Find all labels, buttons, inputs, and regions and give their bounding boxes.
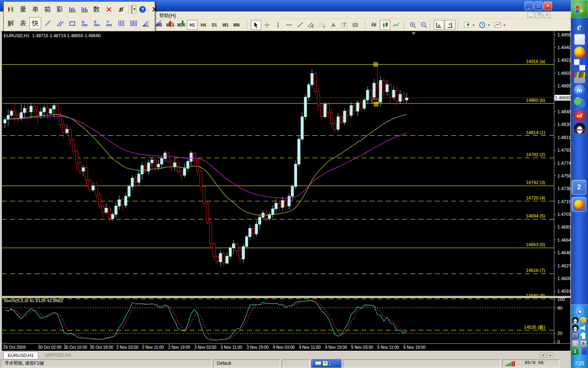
number-button[interactable]: 数	[91, 3, 102, 16]
candle-chart-button[interactable]	[380, 20, 390, 30]
kuai-button[interactable]: 快	[29, 17, 41, 29]
order-button[interactable]: 单	[29, 3, 41, 16]
close-button[interactable]: ×	[543, 2, 552, 10]
trendline-button[interactable]	[42, 17, 53, 29]
document-icon[interactable]	[574, 34, 585, 45]
gann-lines-button[interactable]: G	[78, 17, 90, 29]
resize-grip[interactable]	[547, 361, 553, 367]
text-button[interactable]: A	[328, 20, 339, 30]
tab-eurusdh1[interactable]: EURUSD,H1	[3, 352, 38, 359]
language-bar-grip[interactable]	[312, 361, 314, 366]
histogram-1-button[interactable]	[66, 3, 78, 16]
vertical-line-button[interactable]	[273, 20, 283, 30]
pen-cup-icon[interactable]	[574, 72, 585, 83]
parallel-channel-button[interactable]	[54, 17, 66, 29]
timeframe-h1-button[interactable]: H1	[187, 20, 198, 30]
language-bar-controls[interactable]: ▪▾	[329, 361, 331, 366]
zoom-out-button[interactable]	[419, 20, 429, 30]
sogou-flame-icon[interactable]	[574, 47, 585, 58]
msn-buddies-icon[interactable]	[574, 97, 585, 108]
tray-network-offline-icon[interactable]: ×	[572, 332, 579, 339]
bar-chart-button[interactable]	[369, 20, 379, 30]
arrow-down-button[interactable]	[176, 17, 188, 29]
timeframe-h4-button[interactable]: H4	[198, 20, 209, 30]
tray-hand-icon[interactable]	[580, 332, 587, 339]
tray-qq-icon[interactable]	[572, 317, 579, 323]
tray-qq2-icon[interactable]	[572, 325, 579, 331]
timeframe-w1-button[interactable]: W1	[220, 20, 231, 30]
trend-line-button[interactable]	[295, 20, 305, 30]
indicators-button[interactable]	[461, 20, 472, 30]
tray-shield-icon[interactable]	[580, 317, 587, 323]
fan-lines-button[interactable]	[152, 17, 164, 29]
od-badge-icon[interactable]: od	[574, 110, 585, 121]
templates-button[interactable]	[492, 20, 503, 30]
text-label-button[interactable]: T	[339, 20, 350, 30]
timeframe-d1-button[interactable]: D1	[209, 20, 220, 30]
qq-penguin-icon[interactable]	[574, 123, 585, 134]
child-close-button[interactable]: ×	[543, 12, 550, 18]
templates-button-dropdown[interactable]: ▾	[503, 20, 508, 30]
taskbar-app-sogou-button[interactable]	[572, 197, 586, 212]
fibonacci-button[interactable]: F	[317, 20, 327, 30]
price-chart[interactable]: 14916 (a)14860 (b)14814 (1)14782 (2)1474…	[2, 31, 570, 351]
cursor-tool-button[interactable]	[251, 20, 261, 30]
status-profile[interactable]: Default	[213, 359, 280, 367]
red-cross-button[interactable]	[103, 3, 115, 16]
pattern-candles-button[interactable]	[5, 3, 17, 16]
floating-toolbar-window[interactable]: 量单箱影数D▼? 解表快GST	[3, 1, 155, 31]
timeframe-mn-button[interactable]: MN	[231, 20, 242, 30]
jie-button[interactable]: 解	[5, 17, 17, 29]
tray-update-icon[interactable]: ↓	[572, 340, 579, 347]
tab-scroll-left-button[interactable]: ◂	[540, 352, 546, 358]
shadow-button[interactable]: 影	[54, 3, 66, 16]
start-button[interactable]	[571, 0, 588, 18]
maximize-button[interactable]: □	[534, 2, 543, 10]
vertical-lines-4-button[interactable]	[115, 17, 127, 29]
line-chart-button[interactable]	[391, 20, 401, 30]
time-lines-button[interactable]: T	[103, 17, 115, 29]
volume-button[interactable]: 量	[17, 3, 29, 16]
chart-window[interactable]: 14916 (a)14860 (b)14814 (1)14782 (2)1474…	[2, 31, 570, 351]
horizontal-line-button[interactable]	[284, 20, 294, 30]
line-color-swatch[interactable]	[131, 5, 132, 13]
close-toolbar-button[interactable]	[149, 3, 161, 16]
indicators-button-dropdown[interactable]: ▾	[472, 20, 477, 30]
taskbar-app-2-button[interactable]: 2	[572, 180, 586, 195]
periods-button[interactable]	[477, 20, 488, 30]
child-restore-button[interactable]: ❐	[535, 12, 542, 18]
tray-volume-icon[interactable]	[580, 325, 587, 331]
child-minimize-button[interactable]: _	[527, 12, 534, 18]
tray-notebook-icon[interactable]	[580, 348, 587, 355]
vertical-lines-5-button[interactable]	[127, 17, 139, 29]
line-color-dropdown[interactable]: ▼	[132, 5, 136, 14]
minimize-button[interactable]: _	[525, 2, 533, 10]
language-bar[interactable]: ? ▪▾	[311, 359, 341, 368]
tray-num1-icon[interactable]: 1	[572, 348, 579, 355]
speed-lines-button[interactable]: S	[91, 17, 102, 29]
crosshair-tool-button[interactable]	[262, 20, 272, 30]
checker-icon[interactable]	[574, 59, 585, 70]
equidistant-channel-button[interactable]: E	[306, 20, 316, 30]
tray-ime-icon[interactable]: A	[580, 340, 587, 347]
zoom-in-button[interactable]	[408, 20, 418, 30]
chart-shift-button[interactable]	[445, 20, 455, 30]
shapes-button[interactable]	[350, 20, 361, 30]
globe-m-icon[interactable]: m	[574, 85, 585, 96]
arrow-up-button[interactable]	[164, 17, 176, 29]
periods-button-dropdown[interactable]: ▾	[488, 20, 492, 30]
angle-fan-button[interactable]	[140, 17, 151, 29]
tray-collapse-chevron[interactable]: ◀	[576, 307, 584, 315]
rectangle-button[interactable]	[66, 17, 78, 29]
keyboard-icon[interactable]	[315, 361, 321, 366]
language-help-icon[interactable]: ?	[323, 361, 328, 366]
day-strike-button[interactable]: D	[115, 3, 127, 16]
histogram-2-button[interactable]	[78, 3, 90, 16]
box-button[interactable]: 箱	[42, 3, 53, 16]
biao-button[interactable]: 表	[17, 17, 29, 29]
help-button[interactable]: ?	[137, 3, 149, 16]
tab-gbpusdh4[interactable]: GBPUSD,H4	[41, 352, 75, 359]
tab-scroll-right-button[interactable]: ▸	[547, 352, 554, 358]
ie-icon[interactable]: e	[574, 21, 585, 32]
auto-scroll-button[interactable]	[434, 20, 444, 30]
